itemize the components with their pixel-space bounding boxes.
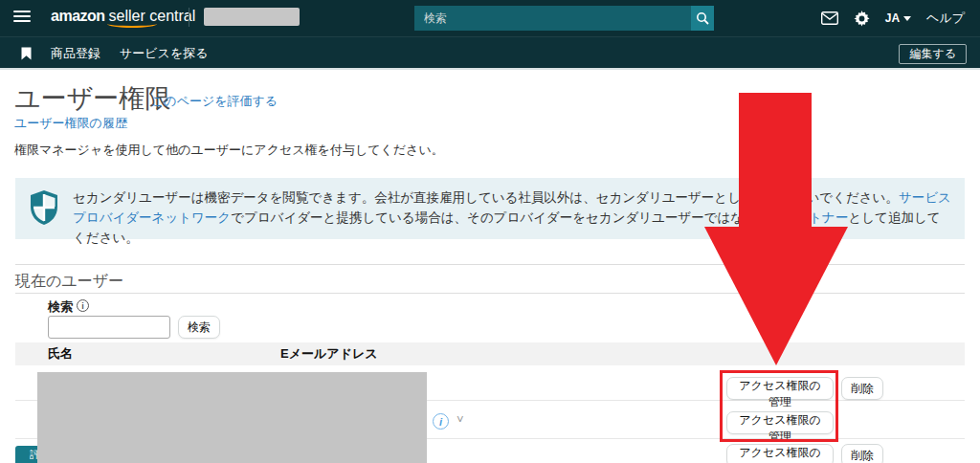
secondary-navigation-bar: 商品登録 サービスを探る 編集する xyxy=(0,36,980,70)
messages-envelope-icon[interactable] xyxy=(821,11,838,25)
divider xyxy=(15,293,965,294)
delete-user-button-row1[interactable]: 削除 xyxy=(841,377,883,400)
global-search-input[interactable] xyxy=(414,6,691,31)
user-data-redacted xyxy=(37,372,427,463)
amazon-seller-central-logo[interactable]: amazonseller central xyxy=(51,8,195,25)
manage-permissions-button-row1[interactable]: アクセス権限の管理 xyxy=(726,377,834,400)
language-label: JA xyxy=(885,11,900,25)
certified-partner-link[interactable]: 認定パートナー xyxy=(757,210,848,225)
search-info-icon[interactable]: i xyxy=(77,299,89,312)
settings-gear-icon[interactable] xyxy=(854,11,870,27)
topbar-divider xyxy=(189,8,189,27)
amazon-smile-icon xyxy=(107,20,157,28)
chevron-down-icon xyxy=(903,16,911,21)
store-name-redacted xyxy=(204,8,300,26)
global-search-button[interactable] xyxy=(691,6,714,31)
row2-info-icon[interactable]: i xyxy=(433,413,449,430)
row2-chevron-down-icon[interactable]: ˅ xyxy=(457,412,464,427)
hamburger-menu-icon[interactable] xyxy=(13,11,31,24)
page-title: ユーザー権限 xyxy=(14,81,170,116)
delete-user-button-row3[interactable]: 削除 xyxy=(841,444,883,463)
shield-icon xyxy=(29,189,59,226)
user-search-button[interactable]: 検索 xyxy=(178,316,220,339)
permissions-history-link[interactable]: ユーザー権限の履歴 xyxy=(14,115,127,132)
amazon-logo-text: amazon xyxy=(51,8,105,24)
top-navigation-bar: amazonseller central JA xyxy=(0,0,980,36)
user-search-label: 検索 xyxy=(48,298,73,316)
banner-text: セカンダリユーザーは機密データを閲覧できます。会社が直接雇用している社員以外は、… xyxy=(73,187,951,248)
nav-item-add-products[interactable]: 商品登録 xyxy=(51,45,100,62)
language-selector[interactable]: JA xyxy=(885,11,911,25)
edit-button[interactable]: 編集する xyxy=(899,44,967,64)
manage-permissions-button-row3[interactable]: アクセス権限の管理 xyxy=(726,444,834,463)
nav-item-explore-services[interactable]: サービスを探る xyxy=(120,45,209,62)
bookmark-icon[interactable] xyxy=(21,47,32,60)
user-search-input[interactable] xyxy=(48,316,170,339)
secondary-user-info-banner: セカンダリユーザーは機密データを閲覧できます。会社が直接雇用している社員以外は、… xyxy=(15,178,965,239)
global-search xyxy=(414,6,714,31)
divider xyxy=(15,264,965,265)
rate-page-link[interactable]: このページを評価する xyxy=(151,93,278,110)
help-link[interactable]: ヘルプ xyxy=(926,10,965,27)
column-header-name: 氏名 xyxy=(48,345,73,363)
column-header-email: Eメールアドレス xyxy=(280,345,378,363)
intro-text: 権限マネージャを使用して他のユーザーにアクセス権を付与してください。 xyxy=(14,142,444,159)
users-table-header: 氏名 Eメールアドレス xyxy=(15,342,965,365)
manage-permissions-button-row2[interactable]: アクセス権限の管理 xyxy=(726,411,834,434)
search-icon xyxy=(696,11,709,25)
current-users-heading: 現在のユーザー xyxy=(15,272,123,292)
